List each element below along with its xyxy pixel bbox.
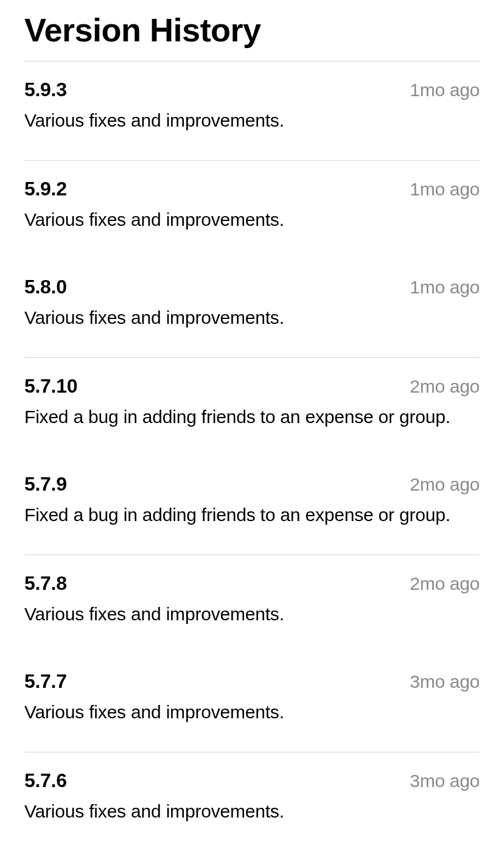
version-notes: Various fixes and improvements. xyxy=(24,208,480,233)
version-number: 5.9.2 xyxy=(24,178,67,200)
version-header: 5.7.6 3mo ago xyxy=(24,769,480,792)
version-age: 1mo ago xyxy=(410,277,480,298)
version-header: 5.9.2 1mo ago xyxy=(24,178,480,200)
version-notes: Fixed a bug in adding friends to an expe… xyxy=(24,503,480,528)
version-age: 2mo ago xyxy=(410,376,480,397)
version-item: 5.7.6 3mo ago Various fixes and improvem… xyxy=(24,752,480,851)
version-header: 5.7.10 2mo ago xyxy=(24,375,480,397)
version-age: 1mo ago xyxy=(410,179,480,200)
page-title: Version History xyxy=(24,0,480,61)
version-header: 5.7.8 2mo ago xyxy=(24,572,480,595)
version-header: 5.7.9 2mo ago xyxy=(24,473,480,496)
version-age: 2mo ago xyxy=(410,573,480,594)
version-notes: Various fixes and improvements. xyxy=(24,306,480,331)
version-item: 5.9.2 1mo ago Various fixes and improvem… xyxy=(24,161,480,259)
version-item: 5.7.8 2mo ago Various fixes and improvem… xyxy=(24,555,480,654)
version-number: 5.7.8 xyxy=(24,572,67,595)
version-notes: Various fixes and improvements. xyxy=(24,108,480,133)
version-notes: Various fixes and improvements. xyxy=(24,602,480,627)
version-number: 5.7.9 xyxy=(24,473,67,496)
version-age: 1mo ago xyxy=(410,80,480,100)
version-header: 5.8.0 1mo ago xyxy=(24,276,480,298)
version-number: 5.8.0 xyxy=(24,276,67,298)
version-notes: Fixed a bug in adding friends to an expe… xyxy=(24,405,480,430)
version-notes: Various fixes and improvements. xyxy=(24,700,480,725)
version-age: 3mo ago xyxy=(410,771,480,791)
version-header: 5.9.3 1mo ago xyxy=(24,79,480,101)
version-item: 5.8.0 1mo ago Various fixes and improvem… xyxy=(24,259,480,358)
version-notes: Various fixes and improvements. xyxy=(24,799,480,824)
version-item: 5.9.3 1mo ago Various fixes and improvem… xyxy=(24,61,480,161)
version-age: 3mo ago xyxy=(410,671,480,692)
version-item: 5.7.10 2mo ago Fixed a bug in adding fri… xyxy=(24,358,480,457)
version-age: 2mo ago xyxy=(410,474,480,495)
version-number: 5.9.3 xyxy=(24,79,67,101)
version-number: 5.7.7 xyxy=(24,670,67,693)
version-list: 5.9.3 1mo ago Various fixes and improvem… xyxy=(24,61,480,850)
version-header: 5.7.7 3mo ago xyxy=(24,670,480,693)
version-item: 5.7.9 2mo ago Fixed a bug in adding frie… xyxy=(24,456,480,555)
version-number: 5.7.10 xyxy=(24,375,77,397)
version-item: 5.7.7 3mo ago Various fixes and improvem… xyxy=(24,653,480,752)
version-number: 5.7.6 xyxy=(24,769,67,792)
